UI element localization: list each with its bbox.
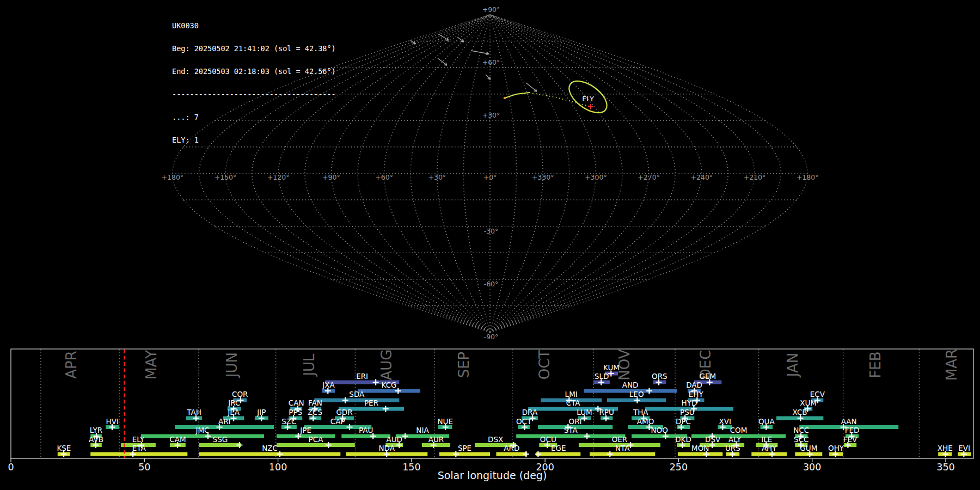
sporadic-track <box>486 75 491 79</box>
shower-bar-JMC <box>141 434 264 438</box>
observation-header: UK0030 Beg: 20250502 21:41:02 (sol = 42.… <box>172 7 336 159</box>
shower-label-CTA: CTA <box>566 399 581 407</box>
shower-peak-PER <box>383 406 389 412</box>
shower-label-NZC: NZC <box>262 444 278 452</box>
shower-label-LYR: LYR <box>90 426 102 434</box>
shower-label-FAN: FAN <box>308 399 322 407</box>
x-tick-label-350: 350 <box>936 462 954 473</box>
shower-label-STA: STA <box>564 426 578 434</box>
shower-label-GEM: GEM <box>700 372 716 381</box>
shower-label-JEA: JEA <box>227 408 240 416</box>
shower-bar-STA <box>516 434 625 438</box>
shower-label-CAN: CAN <box>289 399 304 407</box>
shower-label-KSE: KSE <box>57 444 71 452</box>
meteor-start-dot <box>504 97 506 100</box>
longitude-label: +240° <box>691 173 713 181</box>
shower-peak-STA <box>584 433 590 439</box>
radiant-center-cross <box>588 104 593 109</box>
shower-label-AUR: AUR <box>428 435 444 444</box>
shower-peak-CAP <box>347 424 353 430</box>
shower-label-XCB: XCB <box>793 408 807 416</box>
shower-label-JXA: JXA <box>322 381 335 389</box>
shower-label-ARI: ARI <box>218 417 231 426</box>
shower-label-OHY: OHY <box>828 444 844 452</box>
x-tick-label-50: 50 <box>138 462 150 473</box>
shower-peak-NTA <box>607 451 613 457</box>
shower-label-ERI: ERI <box>356 372 368 381</box>
longitude-label: +300° <box>585 173 607 181</box>
longitude-label: +180° <box>797 173 819 181</box>
sporadic-track <box>526 83 537 91</box>
shower-count: ELY: 1 <box>172 136 336 144</box>
month-label-aug: AUG <box>378 350 395 381</box>
month-label-jul: JUL <box>301 353 317 377</box>
shower-label-NCC: NCC <box>793 426 809 434</box>
shower-label-COR: COR <box>232 390 248 399</box>
x-tick-label-100: 100 <box>269 462 287 473</box>
shower-label-PCA: PCA <box>309 435 324 444</box>
shower-label-GUM: GUM <box>800 444 817 452</box>
end-time: End: 20250503 02:18:03 (sol = 42.56°) <box>172 68 336 75</box>
shower-label-XHE: XHE <box>938 444 953 452</box>
longitude-label: +60° <box>375 173 393 181</box>
shower-label-HVI: HVI <box>106 417 119 426</box>
longitude-label: +150° <box>215 173 237 181</box>
shower-bar-ETA <box>90 452 187 456</box>
shower-label-QUA: QUA <box>758 417 775 426</box>
month-label-may: MAY <box>143 350 160 379</box>
shower-label-DAD: DAD <box>686 381 702 389</box>
longitude-label: +90° <box>322 173 340 181</box>
shower-label-AHY: AHY <box>762 444 777 452</box>
shower-label-OCT: OCT <box>516 417 532 426</box>
shower-label-ALY: ALY <box>728 435 742 444</box>
shower-bar-JPE <box>277 434 335 438</box>
shower-bar-SPE <box>439 452 490 456</box>
month-label-oct: OCT <box>536 350 553 380</box>
shower-bar-SDA <box>314 399 399 402</box>
shower-label-LUM: LUM <box>577 408 592 416</box>
longitude-label: +330° <box>532 173 554 181</box>
shower-bar-EGE <box>536 452 580 456</box>
x-tick-label-0: 0 <box>8 462 14 473</box>
shower-label-LMI: LMI <box>565 390 578 399</box>
shower-label-THA: THA <box>633 408 648 416</box>
header-separator: ------------------------------------- <box>172 90 336 98</box>
x-tick-label-200: 200 <box>536 462 554 473</box>
month-label-jun: JUN <box>224 352 240 378</box>
shower-label-NIA: NIA <box>416 426 429 434</box>
shower-peak-ARD <box>523 451 529 457</box>
shower-peak-NIA <box>402 433 408 439</box>
shower-labels: KUMERISLDORSGEMJXAKCGANDDADCORSDALMILEOE… <box>57 363 970 452</box>
sporadic-track <box>439 34 449 40</box>
shower-label-PPS: PPS <box>289 408 302 416</box>
latitude-label: +60° <box>482 58 500 66</box>
shower-label-ILE: ILE <box>761 435 772 444</box>
shower-label-GDR: GDR <box>336 408 352 416</box>
shower-label-AVB: AVB <box>89 435 103 444</box>
shower-label-XVI: XVI <box>719 417 731 426</box>
shower-label-NOO: NOO <box>651 426 667 434</box>
station-id: UK0030 <box>172 22 336 29</box>
shower-bar-SSG <box>199 443 241 447</box>
shower-label-JRC: JRC <box>228 399 240 407</box>
meteor-observation-screen: Solar longitude (deg) +180°+150°+120°+90… <box>0 0 980 490</box>
radiant-extension-line <box>529 93 591 107</box>
longitude-label: +120° <box>267 173 290 181</box>
longitude-label: +30° <box>428 173 446 181</box>
x-axis-title: Solar longitude (deg) <box>438 469 547 481</box>
longitude-label: +0° <box>483 173 497 181</box>
radiant-label-ELY: ELY <box>582 95 594 103</box>
shower-radiant: ELY <box>564 75 612 119</box>
begin-time: Beg: 20250502 21:41:02 (sol = 42.38°) <box>172 45 336 52</box>
shower-label-ZCS: ZCS <box>308 408 322 416</box>
shower-label-CAM: CAM <box>169 435 186 444</box>
shower-bar-PCA <box>277 443 355 447</box>
shower-label-NDA: NDA <box>378 444 395 452</box>
month-label-apr: APR <box>63 351 79 379</box>
latitude-label: +90° <box>482 5 500 14</box>
longitude-label: +180° <box>162 173 184 181</box>
x-tick-label-300: 300 <box>803 462 821 473</box>
shower-bar-PAU <box>341 434 390 438</box>
meteor-track-ELY <box>505 93 529 98</box>
shower-label-XUM: XUM <box>800 399 817 407</box>
